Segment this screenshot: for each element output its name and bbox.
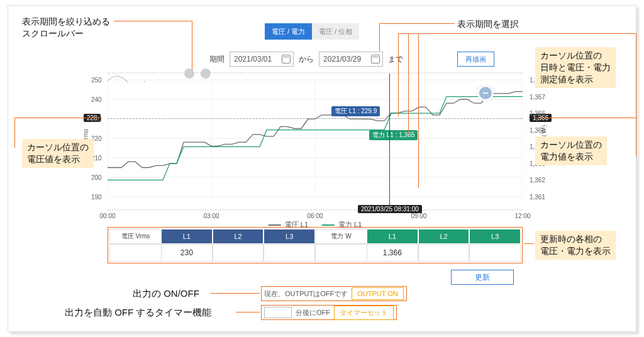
date-from-value: 2021/03/01 [234, 55, 272, 64]
annotation-cursor-voltage: カーソル位置の 電圧値を表示 [22, 139, 94, 168]
lead-line [236, 312, 260, 312]
annotation-select-period: 表示期間を選択 [457, 18, 519, 30]
date-until: まで [388, 54, 403, 65]
phase-voltage-label: 電圧 Vrms [109, 229, 161, 244]
date-range-row: 期間 2021/03/01 から 2021/03/29 まで 再描画 [209, 52, 494, 67]
timer-suffix: 分後にOFF [296, 308, 330, 318]
tooltip-power: 電力 L1 : 1,365 [369, 130, 418, 140]
lead-line [398, 33, 636, 34]
annotation-phase-table: 更新時の各相の 電圧・電力を表示 [535, 231, 616, 260]
phase-col-header: L1 [367, 229, 418, 244]
lead-line [114, 21, 192, 21]
cursor-vertical-line[interactable] [389, 74, 390, 212]
phase-voltage-value [264, 244, 315, 262]
phase-power-value: 1,366 [367, 244, 418, 262]
timer-minutes-input[interactable] [264, 307, 292, 318]
lead-line [408, 33, 409, 134]
phase-power-value [418, 244, 470, 262]
phase-power-label: 電力 W [315, 229, 367, 244]
lead-line [192, 21, 192, 72]
range-scroll-left-handle[interactable] [184, 69, 194, 79]
lead-line [379, 23, 455, 24]
date-to-word: から [299, 54, 314, 65]
output-on-button[interactable]: OUTPUT ON [352, 287, 404, 300]
range-scroll-right-handle[interactable] [201, 69, 211, 79]
annotation-cursor-all: カーソル位置の 日時と電圧・電力 測定値を表示 [535, 47, 616, 88]
phase-col-header: L2 [213, 229, 264, 244]
lead-line [398, 33, 399, 116]
chart-area[interactable]: Vrms 電力（W） 228 1,366 電圧 L1 : 229.9 電力 L1… [108, 72, 523, 211]
annotation-cursor-power: カーソル位置の 電力値を表示 [535, 136, 607, 165]
phase-col-header: L3 [469, 229, 521, 244]
lead-line [379, 23, 380, 51]
lead-line [418, 33, 419, 188]
tab-voltage-power[interactable]: 電圧 / 電力 [265, 23, 312, 40]
date-to-input[interactable]: 2021/03/29 [319, 52, 383, 67]
annotation-timer: 出力を自動 OFF するタイマー機能 [65, 306, 211, 319]
phase-table: 電圧 Vrms L1 L2 L3 230 電力 W L1 L2 L3 [108, 227, 523, 263]
phase-power-value [469, 244, 521, 262]
cursor-horizontal-dash [108, 118, 523, 119]
lead-line [211, 293, 260, 294]
date-from-input[interactable]: 2021/03/01 [230, 52, 294, 67]
lead-line [636, 33, 636, 157]
phase-col-header: L3 [264, 229, 315, 244]
calendar-icon[interactable] [371, 55, 380, 64]
redraw-button[interactable]: 再描画 [457, 52, 494, 67]
tab-voltage-phase[interactable]: 電圧 / 位相 [312, 23, 359, 40]
date-to-value: 2021/03/29 [323, 55, 361, 64]
phase-voltage-value [213, 244, 264, 262]
annotation-scrollbar: 表示期間を絞り込める スクロールバー [22, 16, 110, 40]
lead-line [535, 118, 636, 118]
timer-set-button[interactable]: タイマーセット [334, 306, 394, 320]
lead-line [14, 118, 100, 118]
phase-col-header: L1 [161, 229, 213, 244]
calendar-icon[interactable] [282, 55, 291, 64]
lead-line [524, 243, 534, 244]
update-button[interactable]: 更新 [451, 270, 514, 285]
phase-col-header: L2 [418, 229, 470, 244]
period-label: 期間 [209, 54, 225, 65]
lead-line [14, 118, 15, 148]
annotation-output-onoff: 出力の ON/OFF [133, 287, 199, 300]
tooltip-voltage: 電圧 L1 : 229.9 [331, 106, 380, 116]
phase-voltage-value: 230 [161, 244, 213, 262]
output-status-text: 現在、OUTPUTはOFFです [264, 289, 348, 299]
chart-marker-handle[interactable] [477, 85, 494, 101]
overview-mini-icon [108, 74, 145, 82]
